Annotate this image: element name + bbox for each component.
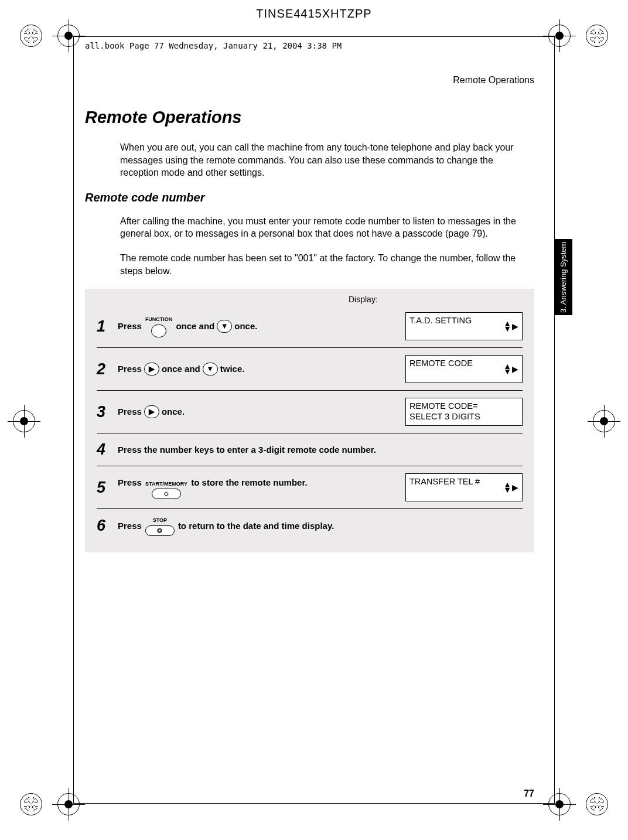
nav-arrows-icon: ▲▼▶ — [503, 482, 518, 493]
nav-arrows-icon: ▲▼▶ — [503, 321, 518, 332]
crop-mark-bl — [20, 793, 42, 815]
registration-mark-ml — [13, 410, 35, 432]
paragraph-2: The remote code number has been set to "… — [120, 252, 523, 277]
step-text: Press ▶ once and ▼ twice. — [118, 362, 405, 376]
display-readout: REMOTE CODE= SELECT 3 DIGITS — [405, 398, 523, 426]
document-code-header: TINSE4415XHTZPP — [0, 0, 628, 21]
step-row: 1 Press FUNCTION once and ▼ once. T.A.D.… — [97, 305, 523, 348]
step-number: 1 — [97, 317, 118, 336]
step-text: Press START/MEMORY ◇ to store the remote… — [118, 476, 329, 499]
section-heading: Remote code number — [85, 191, 534, 204]
page-number: 77 — [524, 788, 534, 799]
start-memory-key-icon: ◇ — [152, 489, 181, 499]
down-key-icon: ▼ — [203, 363, 218, 375]
step-row: 5 Press START/MEMORY ◇ to store the remo… — [97, 466, 523, 509]
step-number: 2 — [97, 360, 118, 378]
book-file-meta: all.book Page 77 Wednesday, January 21, … — [85, 41, 342, 50]
step-text: Press FUNCTION once and ▼ once. — [118, 315, 405, 337]
step-number: 6 — [97, 517, 118, 535]
display-readout: TRANSFER TEL # ▲▼▶ — [405, 473, 523, 501]
step-text: Press STOP ⏣ to return to the date and t… — [118, 516, 523, 535]
intro-text: When you are out, you can call the machi… — [120, 141, 523, 179]
step-number: 5 — [97, 479, 118, 497]
display-label: Display: — [349, 295, 523, 304]
running-head: Remote Operations — [453, 75, 534, 86]
chapter-tab: 3. Answering System — [555, 239, 572, 315]
step-row: 4 Press the number keys to enter a 3-dig… — [97, 433, 523, 466]
crop-mark-tr — [586, 25, 608, 47]
step-text: Press the number keys to enter a 3-digit… — [118, 443, 523, 457]
crop-mark-br — [586, 793, 608, 815]
down-key-icon: ▼ — [217, 320, 232, 333]
step-row: 2 Press ▶ once and ▼ twice. REMOTE CODE … — [97, 348, 523, 391]
steps-box: Display: 1 Press FUNCTION once and ▼ onc… — [85, 289, 534, 552]
display-readout: REMOTE CODE ▲▼▶ — [405, 355, 523, 383]
step-text: Press ▶ once. — [118, 405, 405, 419]
step-number: 4 — [97, 441, 118, 459]
registration-mark-mr — [593, 410, 615, 432]
right-key-icon: ▶ — [144, 363, 159, 375]
stop-key-icon: ⏣ — [145, 525, 175, 536]
stop-key: STOP ⏣ — [145, 516, 175, 535]
function-key-icon — [151, 325, 166, 337]
start-memory-key: START/MEMORY ◇ — [145, 480, 187, 499]
step-number: 3 — [97, 403, 118, 421]
content-area: Remote Operations When you are out, you … — [85, 108, 534, 781]
nav-arrows-icon: ▲▼▶ — [503, 364, 518, 374]
paragraph-1: After calling the machine, you must ente… — [120, 215, 523, 240]
page-title: Remote Operations — [85, 108, 534, 127]
step-row: 3 Press ▶ once. REMOTE CODE= SELECT 3 DI… — [97, 391, 523, 433]
right-key-icon: ▶ — [144, 405, 159, 418]
display-readout: T.A.D. SETTING ▲▼▶ — [405, 312, 523, 340]
function-key: FUNCTION — [145, 315, 173, 337]
step-row: 6 Press STOP ⏣ to return to the date and… — [97, 509, 523, 542]
crop-mark-tl — [20, 25, 42, 47]
